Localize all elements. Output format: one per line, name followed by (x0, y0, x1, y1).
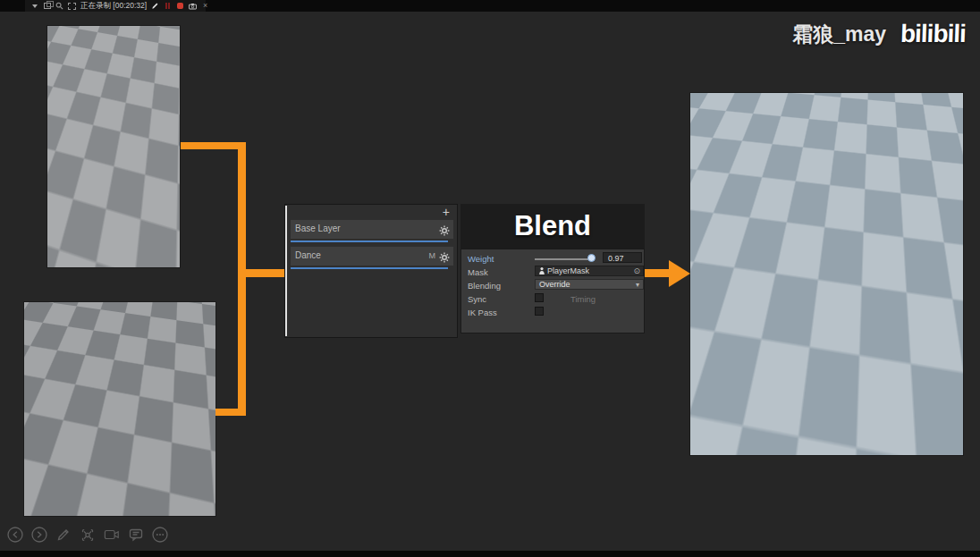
recorder-toolbar: 正在录制 [00:20:32] × (25, 0, 206, 12)
panel-divider (285, 206, 287, 336)
dance-character (31, 327, 210, 517)
windows-icon[interactable] (43, 2, 51, 10)
result-character (706, 152, 948, 429)
result-label: Result (690, 231, 963, 263)
mask-label: Mask (468, 267, 488, 277)
blending-value: Override (539, 280, 570, 289)
ik-pass-checkbox[interactable] (535, 307, 544, 316)
close-icon[interactable]: × (201, 2, 209, 10)
sync-row: Sync Timing (461, 292, 644, 306)
add-layer-button[interactable]: + (443, 205, 450, 219)
layer-weight-bar[interactable] (291, 241, 448, 242)
arrow-shaft (645, 269, 671, 277)
dance-clip-panel: Dance (23, 301, 216, 517)
focus-target-icon[interactable] (80, 527, 96, 543)
weight-slider-knob[interactable] (587, 254, 596, 262)
sync-checkbox[interactable] (535, 293, 544, 302)
chevron-down-icon: ▾ (636, 281, 639, 289)
weight-slider[interactable] (535, 258, 592, 260)
blend-header: Blend (460, 204, 645, 249)
mask-object-field[interactable]: PlayerMask ⊙ (535, 266, 644, 276)
blending-label: Blending (468, 281, 501, 291)
more-options-button[interactable] (152, 527, 168, 543)
dropdown-caret-icon[interactable] (30, 2, 38, 10)
camera-record-icon[interactable] (104, 527, 120, 543)
presentation-toolbar (7, 527, 168, 543)
mask-badge: M (429, 251, 436, 260)
layer-row-dance[interactable]: Dance M (291, 247, 453, 266)
timing-label: Timing (570, 294, 596, 304)
frame-icon[interactable] (68, 2, 76, 10)
next-button[interactable] (31, 527, 47, 543)
connector-walk-horizontal (181, 142, 243, 149)
weight-row: Weight 0.97 (461, 252, 644, 266)
bottom-black-strip (0, 551, 980, 557)
pause-icon[interactable] (164, 2, 172, 10)
result-panel: Result (689, 92, 964, 456)
pencil-icon[interactable] (151, 2, 159, 10)
weight-value-field[interactable]: 0.97 (603, 252, 642, 263)
previous-button[interactable] (7, 527, 23, 543)
mask-row: Mask PlayerMask ⊙ (461, 266, 644, 279)
magnifier-icon[interactable] (55, 2, 63, 10)
watermark: 霜狼_may bilibili (792, 20, 966, 48)
connector-vertical (238, 142, 246, 416)
dance-label: Dance (24, 386, 215, 418)
layer-settings-popup: Weight 0.97 Mask PlayerMask ⊙ Blending O… (460, 249, 645, 333)
draw-pencil-icon[interactable] (55, 527, 72, 543)
record-icon[interactable] (176, 2, 184, 10)
weight-label: Weight (468, 254, 494, 264)
ik-pass-label: IK Pass (468, 308, 497, 317)
connector-dance-horizontal (208, 409, 244, 416)
camera-icon[interactable] (189, 2, 197, 10)
bilibili-logo: bilibili (900, 20, 967, 48)
layer-row-base[interactable]: Base Layer (291, 220, 453, 239)
ik-pass-row: IK Pass (461, 306, 644, 319)
mask-value: PlayerMask (547, 266, 589, 275)
connector-to-layers (243, 269, 286, 277)
blending-row: Blending Override ▾ (461, 279, 644, 292)
recording-status: 正在录制 [00:20:32] (80, 1, 147, 12)
arrow-head-icon (669, 260, 690, 287)
comment-icon[interactable] (128, 527, 144, 543)
avatar-mask-icon (538, 266, 545, 275)
layer-name: Dance (295, 250, 321, 260)
gear-icon[interactable] (439, 250, 450, 261)
walk-clip-panel: Walk (46, 25, 181, 268)
gear-icon[interactable] (439, 224, 450, 234)
layer-weight-bar[interactable] (291, 267, 448, 269)
blend-title: Blend (514, 210, 591, 242)
video-frame: 正在录制 [00:20:32] × 霜狼_may bilibili (0, 0, 980, 557)
layer-name: Base Layer (295, 224, 341, 233)
sync-label: Sync (468, 294, 486, 304)
object-picker-icon[interactable]: ⊙ (633, 266, 640, 276)
blending-dropdown[interactable]: Override ▾ (535, 279, 644, 290)
walk-label: Walk (47, 131, 180, 166)
animator-layers-panel: + Base Layer Dance M (284, 204, 458, 338)
username-watermark: 霜狼_may (792, 21, 886, 48)
